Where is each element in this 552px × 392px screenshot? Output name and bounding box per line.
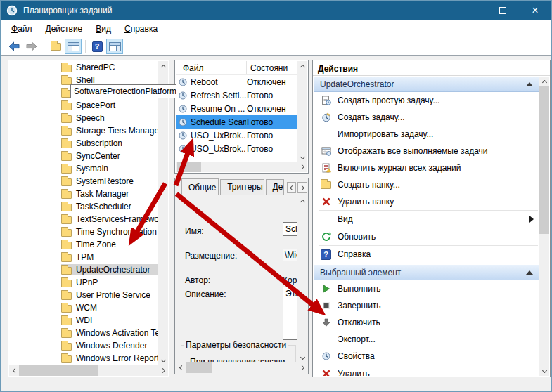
tree-item-wdi[interactable]: WDI xyxy=(9,314,158,327)
task-row-refresh-settings[interactable]: Refresh Setti... Готово xyxy=(176,89,297,102)
chevron-down-icon xyxy=(541,367,546,372)
action-new-folder[interactable]: Создать папку... xyxy=(314,176,539,193)
tree-item-taskscheduler[interactable]: TaskScheduler xyxy=(9,200,158,213)
show-action-pane-button[interactable] xyxy=(106,39,123,54)
tab-actions[interactable]: Дей xyxy=(266,179,284,195)
action-view[interactable]: Вид xyxy=(314,211,539,228)
column-header-status[interactable]: Состояни xyxy=(246,61,297,74)
menu-action[interactable]: Действие xyxy=(39,22,90,36)
tabs-scroll-right-button[interactable] xyxy=(297,182,307,193)
tab-triggers[interactable]: Триггеры xyxy=(220,179,264,195)
tabs-scroll-left-button[interactable] xyxy=(287,182,297,193)
scroll-up-button[interactable] xyxy=(297,196,307,206)
tree-horizontal-scrollbar[interactable] xyxy=(9,365,168,376)
scroll-thumb[interactable] xyxy=(19,365,98,376)
scroll-left-button[interactable] xyxy=(9,366,19,376)
task-row-reboot[interactable]: Reboot Отключен xyxy=(176,75,297,89)
tree-item-upnp[interactable]: UPnP xyxy=(9,276,158,289)
maximize-button[interactable] xyxy=(487,1,519,20)
task-clock-icon xyxy=(179,118,187,126)
tree-item-task-manager[interactable]: Task Manager xyxy=(9,188,158,200)
scroll-down-button[interactable] xyxy=(297,353,307,362)
back-button[interactable] xyxy=(6,39,23,54)
task-list-horizontal-scrollbar[interactable] xyxy=(176,162,307,172)
task-row-schedule-scan[interactable]: Schedule Scan Готово xyxy=(176,115,297,129)
action-help[interactable]: ? Справка xyxy=(314,246,539,263)
column-header-file[interactable]: Файл xyxy=(176,61,246,74)
tree-item-storage-tiers[interactable]: Storage Tiers Managem xyxy=(9,124,158,137)
scroll-right-button[interactable] xyxy=(297,162,307,172)
action-properties[interactable]: Свойства xyxy=(314,348,539,365)
task-row-resume-on[interactable]: Resume On ... Отключен xyxy=(176,102,297,115)
tree-item-textservicesframework[interactable]: TextServicesFramework xyxy=(9,213,158,226)
actions-vertical-scrollbar[interactable] xyxy=(539,77,549,376)
scroll-thumb[interactable] xyxy=(177,162,201,172)
minimize-button[interactable] xyxy=(454,1,487,20)
properties-horizontal-scrollbar[interactable] xyxy=(176,362,307,373)
action-end[interactable]: Завершить xyxy=(314,297,539,314)
tree-item-time-synchronization[interactable]: Time Synchronization xyxy=(9,226,158,238)
security-options-label: Параметры безопасности xyxy=(184,340,288,350)
tab-general[interactable]: Общие xyxy=(181,178,219,195)
scroll-down-button[interactable] xyxy=(297,152,307,162)
scroll-down-button[interactable] xyxy=(539,366,549,376)
field-value-description[interactable]: Эта з xyxy=(283,287,297,340)
tree-item-time-zone[interactable]: Time Zone xyxy=(9,238,158,251)
action-enable-task-history[interactable]: Включить журнал всех заданий xyxy=(314,159,539,176)
folder-icon xyxy=(61,128,72,136)
close-button[interactable]: × xyxy=(519,1,551,20)
task-row-uso-uxbroker-2[interactable]: USO_UxBrok... Готово xyxy=(176,142,297,155)
action-refresh[interactable]: Обновить xyxy=(314,228,539,245)
tree-item-user-profile-service[interactable]: User Profile Service xyxy=(9,289,158,301)
help-button[interactable]: ? xyxy=(89,39,105,54)
scroll-left-button[interactable] xyxy=(176,363,186,373)
tree-item-windows-error-reporting[interactable]: Windows Error Reportin xyxy=(9,352,158,365)
tree-item-windows-defender[interactable]: Windows Defender xyxy=(9,339,158,352)
action-delete[interactable]: Удалить xyxy=(314,365,539,376)
tree-item-windows-activation[interactable]: Windows Activation Te xyxy=(9,327,158,339)
tree-item-systemrestore[interactable]: SystemRestore xyxy=(9,175,158,188)
scroll-up-button[interactable] xyxy=(158,61,168,71)
collapse-icon xyxy=(526,270,533,275)
action-display-running-tasks[interactable]: Отображать все выполняемые задачи xyxy=(314,143,539,159)
tree-item-sysmain[interactable]: Sysmain xyxy=(9,162,158,175)
tree-item-wcm[interactable]: WCM xyxy=(9,301,158,314)
tree-item-speech[interactable]: Speech xyxy=(9,112,158,124)
forward-button[interactable] xyxy=(23,39,40,54)
task-scheduler-window: Планировщик заданий × Файл Действие Вид … xyxy=(0,0,552,392)
action-delete-folder[interactable]: Удалить папку xyxy=(314,193,539,210)
action-export[interactable]: Экспорт... xyxy=(314,331,539,348)
tree-item-spaceport[interactable]: SpacePort xyxy=(9,99,158,112)
action-run[interactable]: Выполнить xyxy=(314,280,539,297)
tree-item-tpm[interactable]: TPM xyxy=(9,251,158,263)
menu-file[interactable]: Файл xyxy=(5,22,39,36)
export-list-button[interactable] xyxy=(47,39,64,54)
action-create-basic-task[interactable]: Создать простую задачу... xyxy=(314,92,539,109)
no-icon xyxy=(320,129,332,140)
task-row-uso-uxbroker-1[interactable]: USO_UxBrok... Готово xyxy=(176,129,297,142)
show-console-tree-button[interactable] xyxy=(65,39,82,54)
section-header-updateorchestrator[interactable]: UpdateOrchestrator xyxy=(314,77,539,92)
tree-vertical-scrollbar[interactable] xyxy=(158,61,168,365)
tree-item-subscription[interactable]: Subscription xyxy=(9,137,158,150)
scroll-thumb[interactable] xyxy=(539,86,549,234)
action-disable[interactable]: Отключить xyxy=(314,314,539,331)
scroll-thumb[interactable] xyxy=(186,362,212,373)
tree-item-sharedpc[interactable]: SharedPC xyxy=(9,61,158,74)
action-create-task[interactable]: Создать задачу... xyxy=(314,109,539,126)
scroll-down-button[interactable] xyxy=(158,355,168,365)
tree-item-updateorchestrator[interactable]: UpdateOrchestrator xyxy=(9,263,158,276)
scroll-right-button[interactable] xyxy=(158,366,168,376)
menu-view[interactable]: Вид xyxy=(89,22,118,36)
action-import-task[interactable]: Импортировать задачу... xyxy=(314,126,539,143)
field-value-name[interactable]: Sche xyxy=(283,222,297,236)
scroll-up-button[interactable] xyxy=(539,77,549,86)
scroll-up-button[interactable] xyxy=(297,61,307,71)
tree-item-synccenter[interactable]: SyncCenter xyxy=(9,150,158,162)
properties-vertical-scrollbar[interactable] xyxy=(297,196,307,362)
menu-help[interactable]: Справка xyxy=(118,22,165,36)
toolbar-separator xyxy=(44,40,44,53)
scroll-right-button[interactable] xyxy=(297,363,307,373)
task-list-vertical-scrollbar[interactable] xyxy=(297,61,307,162)
section-header-selected-item[interactable]: Выбранный элемент xyxy=(314,265,539,280)
